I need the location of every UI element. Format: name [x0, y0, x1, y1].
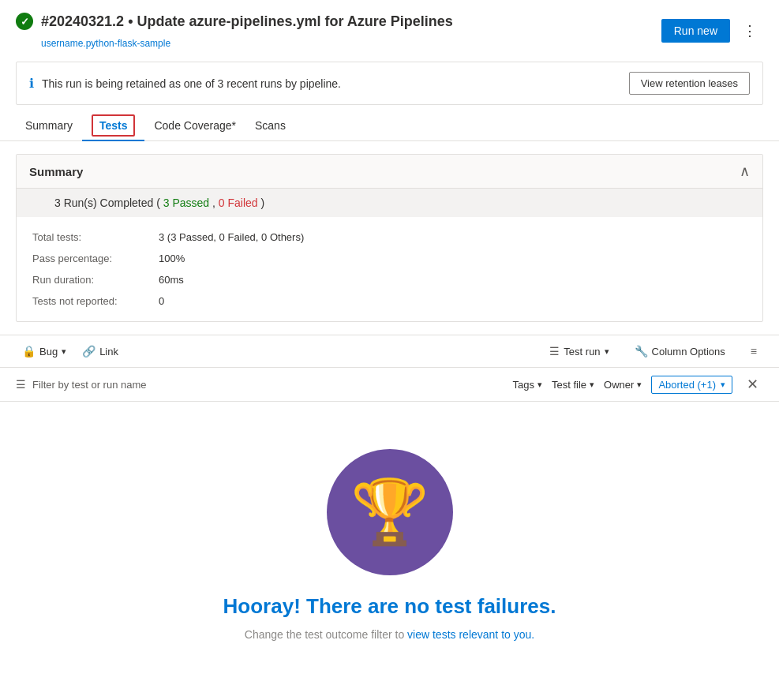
page-title: #20240321.2 • Update azure-pipelines.yml…	[41, 13, 453, 30]
tab-tests-label[interactable]: Tests	[92, 114, 136, 137]
stat-value-total: 3 (3 Passed, 0 Failed, 0 Others)	[159, 231, 304, 243]
active-filter-dropdown-arrow: ▾	[721, 380, 725, 390]
bug-button[interactable]: 🔒 Bug ▾	[16, 342, 73, 361]
column-options-button[interactable]: 🔧 Column Options	[628, 342, 732, 361]
pipeline-subtitle[interactable]: username.python-flask-sample	[41, 38, 170, 49]
summary-title: Summary	[29, 165, 83, 178]
test-file-dropdown-arrow: ▾	[590, 380, 594, 390]
group-icon: ≡	[751, 345, 757, 357]
stat-label-duration: Run duration:	[32, 274, 159, 286]
run-status-bar: 3 Run(s) Completed ( 3 Passed , 0 Failed…	[17, 189, 762, 217]
column-options-icon: 🔧	[635, 345, 648, 357]
run-new-button[interactable]: Run new	[661, 19, 730, 43]
link-label: Link	[99, 346, 118, 357]
summary-section: Summary ∧ 3 Run(s) Completed ( 3 Passed …	[16, 154, 763, 322]
link-icon: 🔗	[82, 345, 96, 357]
trophy-circle: 🏆	[327, 449, 453, 575]
stat-label-not-reported: Tests not reported:	[32, 295, 159, 307]
clear-filter-button[interactable]: ✕	[742, 374, 763, 395]
filter-placeholder[interactable]: Filter by test or run name	[32, 379, 147, 391]
summary-header[interactable]: Summary ∧	[17, 155, 762, 189]
retention-banner: ℹ This run is being retained as one of 3…	[16, 62, 763, 105]
bug-icon: 🔒	[22, 345, 36, 357]
toolbar-right: ☰ Test run ▾ 🔧 Column Options ≡	[543, 342, 763, 361]
stat-row-not-reported: Tests not reported: 0	[32, 290, 747, 312]
bug-dropdown-arrow: ▾	[62, 346, 66, 357]
more-options-button[interactable]: ⋮	[736, 19, 763, 43]
bug-label: Bug	[39, 346, 58, 357]
tab-code-coverage[interactable]: Code Coverage*	[144, 111, 245, 141]
tags-label: Tags	[513, 379, 534, 391]
hooray-text: Hooray! There are no test failures.	[223, 594, 556, 619]
link-button[interactable]: 🔗 Link	[76, 342, 125, 361]
tab-summary[interactable]: Summary	[16, 111, 82, 141]
page-header: ✓ #20240321.2 • Update azure-pipelines.y…	[0, 0, 779, 55]
group-button[interactable]: ≡	[744, 342, 763, 361]
collapse-icon[interactable]: ∧	[740, 163, 750, 180]
run-id: #20240321.2	[41, 13, 124, 29]
owner-filter[interactable]: Owner ▾	[604, 379, 642, 391]
stat-value-pass: 100%	[159, 253, 185, 264]
test-run-label: Test run	[564, 346, 600, 357]
failed-count: 0 Failed	[219, 197, 258, 209]
separator: •	[128, 13, 133, 29]
pipeline-title: Update azure-pipelines.yml for Azure Pip…	[137, 13, 452, 29]
test-run-button[interactable]: ☰ Test run ▾	[543, 342, 615, 361]
test-file-label: Test file	[552, 379, 586, 391]
trophy-icon: 🏆	[350, 481, 429, 544]
stat-row-duration: Run duration: 60ms	[32, 269, 747, 290]
test-file-filter[interactable]: Test file ▾	[552, 379, 594, 391]
filter-bar-right: Tags ▾ Test file ▾ Owner ▾ Aborted (+1) …	[513, 374, 763, 395]
tags-dropdown-arrow: ▾	[537, 380, 542, 390]
stat-row-pass: Pass percentage: 100%	[32, 248, 747, 269]
view-retention-button[interactable]: View retention leases	[629, 72, 750, 95]
stat-label-pass: Pass percentage:	[32, 253, 159, 264]
test-toolbar: 🔒 Bug ▾ 🔗 Link ☰ Test run ▾ 🔧 Column Opt…	[0, 335, 779, 367]
trophy-area: 🏆 Hooray! There are no test failures. Ch…	[0, 402, 779, 672]
tab-scans[interactable]: Scans	[245, 111, 295, 141]
stats-table: Total tests: 3 (3 Passed, 0 Failed, 0 Ot…	[17, 217, 762, 321]
owner-dropdown-arrow: ▾	[637, 380, 642, 390]
filter-bar-left[interactable]: ☰ Filter by test or run name	[16, 378, 147, 391]
change-filter-text: Change the test outcome filter to view t…	[245, 628, 534, 641]
tab-tests[interactable]: Tests	[82, 111, 145, 141]
test-run-dropdown-arrow: ▾	[605, 346, 609, 357]
stat-row-total: Total tests: 3 (3 Passed, 0 Failed, 0 Ot…	[32, 226, 747, 248]
stat-value-duration: 60ms	[159, 274, 184, 286]
stat-label-total: Total tests:	[32, 231, 159, 243]
test-run-icon: ☰	[549, 345, 560, 357]
header-title-row: ✓ #20240321.2 • Update azure-pipelines.y…	[16, 13, 453, 30]
active-filter-chip[interactable]: Aborted (+1) ▾	[651, 376, 732, 394]
run-status-text: 3 Run(s) Completed ( 3 Passed , 0 Failed…	[54, 197, 264, 209]
tab-bar: Summary Tests Code Coverage* Scans	[0, 111, 779, 141]
info-icon: ℹ	[29, 76, 34, 91]
filter-icon: ☰	[16, 378, 26, 391]
tags-filter[interactable]: Tags ▾	[513, 379, 542, 391]
banner-left: ℹ This run is being retained as one of 3…	[29, 76, 341, 91]
header-actions: Run new ⋮	[661, 19, 763, 43]
toolbar-left: 🔒 Bug ▾ 🔗 Link	[16, 342, 125, 361]
stat-value-not-reported: 0	[159, 295, 164, 307]
banner-text: This run is being retained as one of 3 r…	[42, 77, 341, 90]
passed-count: 3 Passed	[163, 197, 209, 209]
success-icon: ✓	[16, 13, 33, 30]
filter-bar: ☰ Filter by test or run name Tags ▾ Test…	[0, 367, 779, 402]
header-left: ✓ #20240321.2 • Update azure-pipelines.y…	[16, 13, 453, 49]
owner-label: Owner	[604, 379, 634, 391]
column-options-label: Column Options	[652, 346, 725, 357]
change-filter-link[interactable]: view tests relevant to you.	[407, 628, 534, 641]
active-filter-label: Aborted (+1)	[658, 379, 716, 391]
